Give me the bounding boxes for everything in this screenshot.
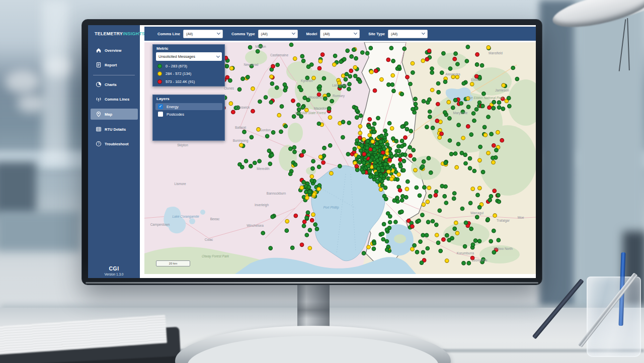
site-dot-green[interactable] bbox=[388, 220, 392, 224]
site-dot-green[interactable] bbox=[471, 112, 475, 116]
site-dot-red[interactable] bbox=[362, 152, 366, 156]
site-dot-yellow[interactable] bbox=[405, 187, 409, 191]
site-dot-green[interactable] bbox=[385, 166, 389, 170]
site-dot-green[interactable] bbox=[430, 67, 434, 71]
site-dot-green[interactable] bbox=[382, 147, 386, 151]
site-dot-green[interactable] bbox=[486, 218, 490, 222]
site-dot-green[interactable] bbox=[413, 157, 417, 161]
site-dot-green[interactable] bbox=[443, 80, 447, 84]
site-dot-green[interactable] bbox=[323, 146, 327, 150]
site-dot-red[interactable] bbox=[320, 53, 325, 57]
site-dot-green[interactable] bbox=[354, 106, 358, 110]
site-dot-green[interactable] bbox=[269, 101, 273, 105]
site-dot-green[interactable] bbox=[369, 175, 373, 179]
site-dot-green[interactable] bbox=[361, 170, 365, 174]
site-dot-yellow[interactable] bbox=[318, 59, 323, 63]
site-dot-red[interactable] bbox=[386, 58, 390, 62]
site-dot-green[interactable] bbox=[365, 51, 369, 55]
site-dot-green[interactable] bbox=[414, 102, 418, 106]
site-dot-green[interactable] bbox=[346, 152, 350, 156]
site-dot-green[interactable] bbox=[303, 96, 307, 100]
site-dot-green[interactable] bbox=[413, 243, 417, 247]
site-dot-green[interactable] bbox=[394, 153, 398, 157]
site-dot-green[interactable] bbox=[283, 83, 287, 87]
site-dot-green[interactable] bbox=[415, 250, 419, 254]
site-dot-green[interactable] bbox=[436, 81, 440, 85]
site-dot-green[interactable] bbox=[448, 67, 452, 71]
site-dot-green[interactable] bbox=[431, 126, 435, 130]
site-dot-green[interactable] bbox=[428, 110, 432, 114]
site-dot-green[interactable] bbox=[475, 63, 479, 67]
site-dot-yellow[interactable] bbox=[411, 247, 415, 251]
site-dot-yellow[interactable] bbox=[447, 100, 451, 104]
site-dot-green[interactable] bbox=[459, 102, 463, 106]
site-dot-green[interactable] bbox=[384, 133, 388, 137]
checkbox-checked-icon[interactable]: ✓ bbox=[158, 104, 163, 109]
site-dot-green[interactable] bbox=[384, 197, 388, 201]
site-dot-green[interactable] bbox=[453, 227, 457, 231]
site-dot-green[interactable] bbox=[327, 107, 331, 111]
site-dot-yellow[interactable] bbox=[455, 165, 459, 169]
site-dot-green[interactable] bbox=[353, 147, 357, 151]
site-dot-green[interactable] bbox=[392, 89, 396, 93]
site-dot-red[interactable] bbox=[321, 161, 326, 165]
site-dot-green[interactable] bbox=[425, 233, 429, 237]
site-dot-green[interactable] bbox=[452, 192, 456, 196]
site-dot-green[interactable] bbox=[464, 221, 468, 225]
site-dot-green[interactable] bbox=[358, 160, 362, 164]
site-dot-yellow[interactable] bbox=[422, 203, 426, 207]
site-dot-green[interactable] bbox=[400, 125, 405, 129]
site-dot-yellow[interactable] bbox=[310, 174, 314, 178]
site-dot-yellow[interactable] bbox=[317, 187, 321, 191]
site-dot-red[interactable] bbox=[398, 158, 403, 162]
site-dot-green[interactable] bbox=[452, 197, 456, 201]
site-dot-yellow[interactable] bbox=[397, 172, 401, 176]
site-dot-yellow[interactable] bbox=[353, 65, 357, 69]
site-dot-green[interactable] bbox=[308, 228, 312, 232]
site-dot-green[interactable] bbox=[352, 48, 356, 52]
site-dot-green[interactable] bbox=[417, 219, 421, 223]
site-dot-green[interactable] bbox=[355, 168, 359, 172]
site-dot-green[interactable] bbox=[488, 198, 492, 202]
site-dot-green[interactable] bbox=[471, 243, 475, 247]
site-dot-green[interactable] bbox=[317, 165, 321, 169]
site-dot-green[interactable] bbox=[460, 151, 464, 155]
site-dot-green[interactable] bbox=[238, 162, 242, 166]
site-dot-green[interactable] bbox=[375, 142, 379, 146]
site-dot-green[interactable] bbox=[387, 83, 391, 87]
site-dot-green[interactable] bbox=[481, 104, 485, 108]
site-dot-green[interactable] bbox=[428, 115, 432, 119]
site-dot-green[interactable] bbox=[497, 194, 501, 198]
site-dot-red[interactable] bbox=[434, 194, 438, 198]
sidebar-item-report[interactable]: Report bbox=[91, 59, 138, 70]
site-dot-yellow[interactable] bbox=[435, 233, 439, 237]
site-dot-yellow[interactable] bbox=[502, 83, 506, 87]
site-dot-green[interactable] bbox=[492, 106, 496, 110]
site-dot-green[interactable] bbox=[330, 99, 334, 103]
site-dot-green[interactable] bbox=[421, 164, 425, 168]
site-dot-green[interactable] bbox=[487, 115, 491, 119]
site-dot-yellow[interactable] bbox=[380, 77, 384, 81]
site-dot-yellow[interactable] bbox=[390, 177, 394, 181]
site-dot-green[interactable] bbox=[453, 152, 457, 156]
site-dot-green[interactable] bbox=[489, 239, 493, 243]
site-dot-green[interactable] bbox=[482, 125, 487, 129]
site-dot-yellow[interactable] bbox=[487, 151, 491, 155]
site-dot-green[interactable] bbox=[379, 157, 383, 161]
site-dot-green[interactable] bbox=[311, 159, 315, 163]
site-dot-green[interactable] bbox=[361, 51, 365, 55]
site-dot-red[interactable] bbox=[475, 53, 479, 57]
site-dot-yellow[interactable] bbox=[484, 133, 488, 137]
site-dot-green[interactable] bbox=[346, 49, 350, 53]
site-dot-yellow[interactable] bbox=[318, 155, 323, 159]
site-dot-green[interactable] bbox=[380, 134, 384, 138]
site-dot-green[interactable] bbox=[270, 82, 274, 86]
site-dot-green[interactable] bbox=[302, 180, 306, 185]
site-dot-green[interactable] bbox=[481, 170, 485, 174]
site-dot-green[interactable] bbox=[463, 244, 467, 248]
site-dot-green[interactable] bbox=[440, 184, 444, 188]
site-dot-green[interactable] bbox=[342, 57, 346, 61]
site-dot-green[interactable] bbox=[398, 154, 402, 158]
site-dot-yellow[interactable] bbox=[390, 127, 394, 131]
site-dot-red[interactable] bbox=[231, 110, 235, 114]
